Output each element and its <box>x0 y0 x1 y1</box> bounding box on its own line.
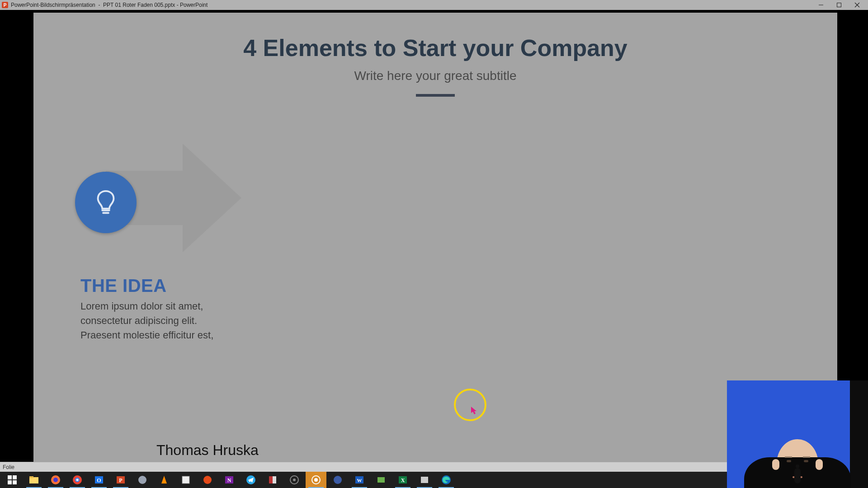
svg-point-21 <box>76 479 79 481</box>
taskbar-file-explorer[interactable] <box>24 472 44 488</box>
svg-rect-46 <box>421 477 428 483</box>
taskbar-chrome[interactable] <box>67 472 88 488</box>
svg-rect-11 <box>8 475 12 479</box>
taskbar-firefox[interactable] <box>45 472 66 488</box>
slide-canvas[interactable]: 4 Elements to Start your Company Write h… <box>33 13 837 465</box>
start-button[interactable] <box>2 472 23 488</box>
taskbar-telegram[interactable] <box>241 472 261 488</box>
element1-heading: THE IDEA <box>80 276 167 296</box>
webcam-overlay <box>727 380 868 488</box>
idea-icon-circle <box>75 172 137 233</box>
window-title-filename: PPT 01 Roter Faden 005.pptx <box>103 2 175 8</box>
window-titlebar: P PowerPoint-Bildschirmpräsentation - PP… <box>0 0 868 10</box>
svg-point-29 <box>203 476 212 484</box>
svg-rect-1 <box>837 3 841 7</box>
svg-text:N: N <box>227 477 231 483</box>
svg-rect-28 <box>182 476 189 483</box>
taskbar-app-5[interactable] <box>284 472 305 488</box>
minimize-button[interactable] <box>812 0 830 10</box>
element1-body: Lorem ipsum dolor sit amet, consectetur … <box>80 299 234 343</box>
svg-rect-14 <box>13 480 17 484</box>
svg-text:X: X <box>401 477 405 483</box>
svg-text:W: W <box>357 478 362 483</box>
presenter-name: Thomas Hruska <box>156 442 259 459</box>
taskbar-app-3[interactable] <box>197 472 218 488</box>
close-button[interactable] <box>848 0 866 10</box>
window-title-prefix: PowerPoint-Bildschirmpräsentation - <box>11 2 103 8</box>
taskbar-obs-recording[interactable] <box>306 472 326 488</box>
slide-subtitle: Write here your great subtitle <box>33 69 837 83</box>
svg-marker-27 <box>161 476 167 483</box>
svg-rect-15 <box>29 477 38 483</box>
taskbar-app-4[interactable] <box>262 472 283 488</box>
powerpoint-app-icon: P <box>2 2 8 8</box>
title-underline <box>416 94 455 97</box>
slide-title: 4 Elements to Start your Company <box>33 34 837 61</box>
svg-text:O: O <box>97 477 101 483</box>
svg-rect-35 <box>269 476 273 483</box>
lightbulb-icon <box>92 188 120 216</box>
taskbar-word[interactable]: W <box>349 472 370 488</box>
taskbar-app-8[interactable] <box>414 472 435 488</box>
maximize-button[interactable] <box>830 0 848 10</box>
cursor-highlight-ring <box>454 389 486 421</box>
taskbar-onenote[interactable]: N <box>219 472 240 488</box>
status-left: Folie <box>3 464 14 470</box>
svg-marker-7 <box>471 407 476 414</box>
taskbar-app-6[interactable] <box>327 472 348 488</box>
taskbar-vlc[interactable] <box>154 472 175 488</box>
svg-point-39 <box>314 478 318 482</box>
svg-rect-16 <box>29 476 33 478</box>
svg-rect-12 <box>13 475 17 479</box>
taskbar-app-2[interactable] <box>175 472 196 488</box>
svg-point-18 <box>53 478 58 482</box>
svg-point-37 <box>293 479 296 481</box>
microphone-icon <box>794 468 801 483</box>
svg-point-40 <box>334 476 342 484</box>
window-title-suffix: - PowerPoint <box>175 2 208 8</box>
svg-text:P: P <box>119 477 122 483</box>
svg-rect-13 <box>8 480 12 484</box>
taskbar-powerpoint[interactable]: P <box>110 472 131 488</box>
taskbar-edge[interactable] <box>436 472 457 488</box>
svg-rect-43 <box>377 477 385 483</box>
svg-point-26 <box>138 476 146 484</box>
taskbar-excel[interactable]: X <box>392 472 413 488</box>
taskbar-outlook[interactable]: O <box>89 472 109 488</box>
taskbar-app-7[interactable] <box>371 472 392 488</box>
taskbar-app-1[interactable] <box>132 472 153 488</box>
